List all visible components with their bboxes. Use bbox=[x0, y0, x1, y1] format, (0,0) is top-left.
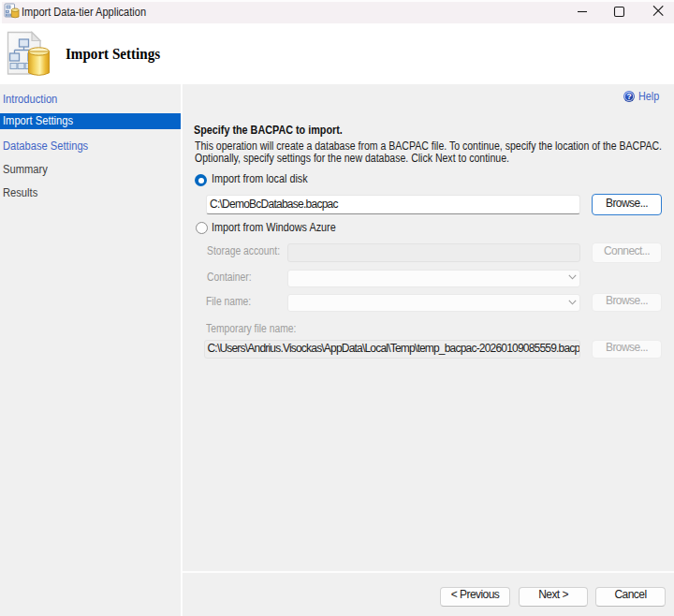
svg-text:?: ? bbox=[626, 92, 631, 101]
